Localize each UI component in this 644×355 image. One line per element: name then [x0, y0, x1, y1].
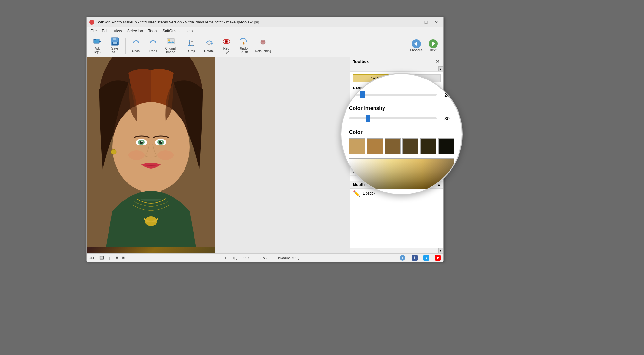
social-icon-2[interactable]: t — [423, 255, 429, 261]
svg-point-43 — [161, 141, 162, 142]
redo-icon — [148, 38, 158, 49]
svg-rect-23 — [243, 42, 245, 45]
file-format: JPG — [260, 256, 267, 260]
magnifier-intensity-thumb — [366, 115, 370, 122]
retouching-label: Retouching — [255, 49, 271, 53]
svg-point-44 — [128, 150, 145, 160]
red-eye-icon — [221, 37, 232, 46]
toolbox-scroll-up[interactable]: ▲ — [438, 66, 443, 71]
undo-label: Undo — [132, 49, 140, 53]
zoom-level: 1:1 — [89, 256, 94, 260]
info-icon[interactable]: i — [400, 255, 405, 261]
svg-point-46 — [111, 149, 116, 154]
magnifier-swatch-3[interactable] — [385, 138, 401, 154]
add-files-button[interactable]: AddFile(s)... — [89, 36, 106, 55]
menu-file[interactable]: File — [88, 28, 99, 34]
magnifier-radius-thumb — [360, 91, 365, 98]
svg-marker-22 — [240, 39, 242, 41]
image-panel — [87, 57, 215, 253]
content-area: Toolbox ✕ ▲ Skin Brush Radius 20 — [87, 57, 443, 253]
magnifier-radius-value: 20 — [440, 90, 454, 99]
menu-softorbits[interactable]: SoftOrbits — [160, 28, 182, 34]
svg-marker-16 — [210, 43, 213, 45]
window-close-button[interactable]: ✕ — [432, 19, 441, 26]
toolbar-sep-1 — [125, 38, 126, 54]
view-icon: 🔲 — [99, 256, 104, 260]
nav-buttons: Previous Next — [409, 36, 441, 55]
magnifier-swatch-4[interactable] — [402, 138, 418, 154]
magnifier-swatch-6[interactable] — [438, 138, 454, 154]
menu-tools[interactable]: Tools — [146, 28, 160, 34]
toolbox-close-button[interactable]: ✕ — [434, 58, 441, 65]
redo-label: Redo — [149, 49, 157, 53]
rotate-icon — [204, 38, 214, 49]
main-window: SoftSkin Photo Makeup - ****Unregistered… — [86, 17, 444, 261]
magnifier-swatch-5[interactable] — [420, 138, 436, 154]
image-dimensions: (435x650x24) — [278, 256, 299, 260]
svg-point-40 — [140, 141, 143, 144]
next-button[interactable]: Next — [425, 36, 441, 55]
photo-display — [87, 57, 215, 253]
svg-point-45 — [157, 150, 174, 160]
mouth-title: Mouth — [353, 182, 365, 187]
toolbox-title: Toolbox — [353, 59, 369, 64]
retouching-button[interactable]: Retouching — [253, 36, 273, 55]
slider-icon: ⊟—⊞ — [115, 256, 125, 260]
svg-point-42 — [141, 141, 143, 142]
lipstick-label: Lipstick — [363, 191, 375, 196]
add-files-icon — [92, 37, 103, 46]
svg-rect-15 — [190, 42, 194, 45]
magnifier-overlay: Radius 20 Color intensity — [340, 73, 463, 195]
save-as-button[interactable]: Saveas... — [107, 36, 123, 55]
crop-label: Crop — [188, 49, 195, 53]
magnifier-color-label: Color — [349, 129, 454, 135]
magnifier-swatch-1[interactable] — [349, 138, 365, 154]
menu-edit[interactable]: Edit — [99, 28, 111, 34]
rotate-button[interactable]: Rotate — [201, 36, 217, 55]
save-as-label: Saveas... — [111, 47, 119, 54]
magnifier-intensity-value: 30 — [440, 114, 454, 123]
status-sep-2: | — [254, 256, 255, 260]
previous-label: Previous — [410, 48, 423, 52]
toolbar: AddFile(s)... Saveas... — [87, 34, 443, 57]
red-eye-button[interactable]: RedEye — [218, 36, 235, 55]
crop-icon — [186, 38, 197, 49]
original-image-label: OriginalImage — [165, 47, 176, 54]
crop-button[interactable]: Crop — [183, 36, 200, 55]
status-sep-3: | — [272, 256, 273, 260]
social-icon-3[interactable]: ▶ — [435, 255, 441, 261]
add-files-label: AddFile(s)... — [92, 47, 103, 54]
original-image-icon — [166, 37, 176, 46]
magnifier-intensity-label: Color intensity — [349, 106, 454, 111]
next-icon — [429, 39, 438, 48]
social-icon-1[interactable]: f — [412, 255, 418, 261]
svg-point-17 — [208, 42, 210, 45]
title-bar-controls: — □ ✕ — [411, 19, 441, 26]
menu-help[interactable]: Help — [182, 28, 195, 34]
svg-point-26 — [261, 41, 263, 42]
undo-brush-button[interactable]: UndoBrush — [235, 36, 252, 55]
undo-button[interactable]: Undo — [128, 36, 144, 55]
menu-view[interactable]: View — [111, 28, 125, 34]
svg-point-41 — [159, 141, 162, 144]
maximize-button[interactable]: □ — [421, 19, 431, 26]
svg-rect-1 — [94, 39, 96, 40]
previous-button[interactable]: Previous — [409, 36, 424, 55]
magnifier-content: Radius 20 Color intensity — [341, 74, 462, 194]
redo-button[interactable]: Redo — [145, 36, 162, 55]
minimize-button[interactable]: — — [411, 19, 420, 26]
toolbox-header: Toolbox ✕ — [350, 57, 443, 66]
magnifier-swatch-2[interactable] — [367, 138, 383, 154]
svg-rect-7 — [113, 42, 117, 44]
lipstick-icon: ✏️ — [353, 190, 360, 197]
svg-point-11 — [168, 39, 170, 41]
next-label: Next — [430, 48, 437, 52]
status-sep-1: | — [109, 256, 110, 260]
toolbox-scroll-down[interactable]: ▼ — [438, 248, 443, 253]
menu-selection[interactable]: Selection — [125, 28, 146, 34]
svg-point-21 — [225, 41, 226, 41]
original-image-button[interactable]: OriginalImage — [162, 36, 179, 55]
svg-point-27 — [263, 41, 265, 42]
status-bar: 1:1 🔲 | ⊟—⊞ Time (s): 0.0 | JPG | (435x6… — [87, 253, 443, 262]
undo-brush-label: UndoBrush — [240, 47, 248, 54]
